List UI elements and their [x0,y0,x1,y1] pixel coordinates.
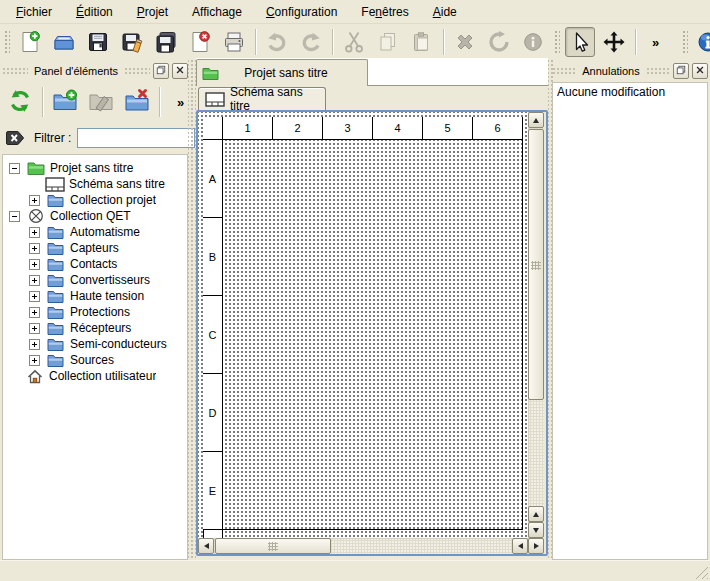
about-info-button[interactable] [693,27,710,57]
tree-item[interactable]: Collection projet [3,192,187,208]
clear-filter-icon [6,130,26,146]
close-panel-button[interactable] [692,63,708,79]
tree-item[interactable]: Protections [3,304,187,320]
horizontal-scrollbar[interactable] [198,538,544,554]
expand-icon[interactable] [29,275,40,286]
vertical-scrollbar[interactable] [528,112,544,538]
menu-item[interactable]: Fenêtres [349,1,420,23]
toolbar-separator [443,29,444,55]
new-document-icon [18,30,42,54]
overflow-chevron-button[interactable]: » [640,27,670,57]
tab-schema[interactable]: Schéma sans titre [198,87,326,110]
folder-icon [45,306,66,319]
home-icon [24,369,45,384]
menu-item[interactable]: Fichier [4,1,64,23]
column-header: 1 [223,117,273,140]
paste-icon [410,30,434,54]
tab-project-label: Projet sans titre [223,66,349,80]
reload-collections-button[interactable] [4,86,36,118]
tree-item[interactable]: Sources [3,352,187,368]
folder-icon [45,290,66,303]
filter-input[interactable] [77,128,195,148]
save-button[interactable] [83,27,113,57]
menu-item[interactable]: Affichage [180,1,254,23]
collapse-icon[interactable] [9,163,20,174]
scroll-up-button[interactable] [528,506,544,522]
scroll-right-button[interactable] [528,538,544,554]
arrow-up-icon [533,512,539,517]
expand-icon[interactable] [29,259,40,270]
element-info-icon [521,30,545,54]
row-header: B [203,218,223,296]
expand-icon[interactable] [29,355,40,366]
move-button[interactable] [599,27,629,57]
tree-item[interactable]: Capteurs [3,240,187,256]
collapse-icon[interactable] [9,211,20,222]
float-panel-button[interactable] [673,63,689,79]
tree-item[interactable]: Récepteurs [3,320,187,336]
tree-item[interactable]: Projet sans titre [3,160,187,176]
toolbar-grip[interactable] [681,29,688,55]
tree-item-label: Sources [70,353,114,367]
new-category-button[interactable] [49,86,81,118]
save-as-button[interactable] [117,27,147,57]
status-bar [0,560,710,581]
menu-item[interactable]: Projet [125,1,180,23]
tree-item[interactable]: Convertisseurs [3,272,187,288]
scroll-left-button[interactable] [198,538,214,554]
undo-list-item[interactable]: Aucune modification [554,84,706,101]
save-all-button[interactable] [151,27,181,57]
horizontal-scrollbar-thumb[interactable] [215,538,331,554]
column-header: 6 [473,117,523,140]
open-button[interactable] [49,27,79,57]
schema-view: 123456 ABCDE [196,110,548,556]
expand-icon[interactable] [29,307,40,318]
toolbar-grip[interactable] [553,29,560,55]
expand-icon[interactable] [29,243,40,254]
collections-toolbar: » [2,82,188,122]
menu-item[interactable]: Configuration [254,1,349,23]
scroll-left-button[interactable] [512,538,528,554]
scroll-up-button[interactable] [528,112,544,128]
menu-item[interactable]: Aide [421,1,469,23]
column-header: 5 [423,117,473,140]
tree-item[interactable]: Contacts [3,256,187,272]
print-button[interactable] [219,27,249,57]
expand-icon[interactable] [29,323,40,334]
menu-item[interactable]: Édition [64,1,125,23]
diagram-row-header-partial [203,530,223,538]
tree-item[interactable]: Collection utilisateur [3,368,187,384]
size-grip[interactable] [694,565,708,579]
project-icon [25,161,46,175]
pointer-button[interactable] [565,27,595,57]
tree-item[interactable]: Semi-conducteurs [3,336,187,352]
tree-item[interactable]: Haute tension [3,288,187,304]
scroll-down-button[interactable] [528,522,544,538]
toolbar-grip[interactable] [3,29,10,55]
close-panel-button[interactable] [172,63,188,79]
clear-filter-button[interactable] [6,130,26,146]
float-panel-button[interactable] [153,63,169,79]
tree-item[interactable]: Schéma sans titre [3,176,187,192]
new-document-button[interactable] [15,27,45,57]
expand-icon[interactable] [29,339,40,350]
expand-icon[interactable] [29,195,40,206]
pointer-icon [568,30,592,54]
project-tab-bar: Projet sans titre [196,58,548,86]
reload-collections-icon [7,88,33,117]
delete-category-button[interactable] [121,86,153,118]
tab-project[interactable]: Projet sans titre [196,59,368,86]
vertical-scrollbar-thumb[interactable] [528,129,544,400]
close-file-button[interactable] [185,27,215,57]
diagram-border [203,117,523,530]
folder-icon [45,322,66,335]
dock-splitter[interactable] [188,60,196,560]
schema-canvas[interactable]: 123456 ABCDE [198,112,528,538]
copy-icon [376,30,400,54]
overflow-chevron-icon: » [652,35,658,50]
tree-item[interactable]: Automatisme [3,224,187,240]
expand-icon[interactable] [29,291,40,302]
expand-icon[interactable] [29,227,40,238]
float-icon [676,64,686,78]
tree-item[interactable]: Collection QET [3,208,187,224]
